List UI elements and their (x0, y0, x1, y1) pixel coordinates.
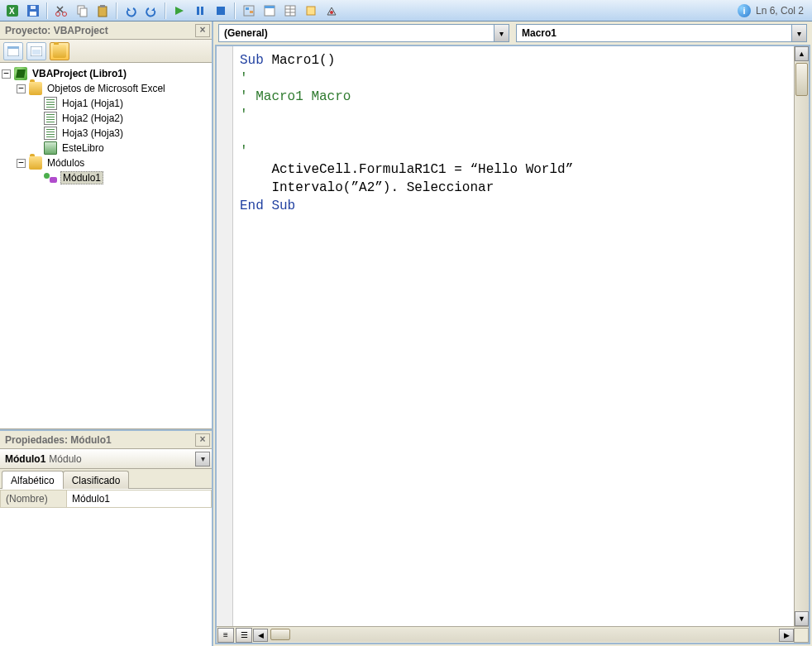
view-code-icon[interactable] (3, 42, 23, 60)
proj-explorer-icon[interactable] (260, 2, 279, 19)
properties-pane-title-text: Propiedades: Módulo1 (5, 434, 112, 446)
object-browser-icon[interactable] (302, 2, 320, 19)
scroll-up-icon[interactable]: ▲ (795, 46, 809, 61)
project-icon (14, 67, 27, 80)
svg-rect-29 (32, 50, 41, 55)
svg-rect-3 (30, 12, 36, 16)
project-pane-title-text: Proyecto: VBAProject (5, 25, 108, 36)
scroll-left-icon[interactable]: ◀ (253, 629, 268, 642)
object-name: Módulo1 (2, 453, 45, 465)
svg-rect-16 (246, 7, 249, 10)
cursor-position: Ln 6, Col 2 (756, 5, 804, 17)
editor-combo-row: (General) Macro1 (213, 22, 812, 45)
tree-sheet3[interactable]: Hoja3 (Hoja3) (2, 126, 210, 141)
tree-folder-label: Objetos de Microsoft Excel (45, 83, 167, 94)
editor-bottom-bar: ≡ ☰ ◀ ▶ (217, 626, 809, 643)
cut-icon[interactable] (52, 2, 70, 19)
editor-margin (217, 46, 233, 626)
excel-icon[interactable]: X (3, 2, 21, 19)
toolbox-icon[interactable] (322, 2, 341, 19)
tree-module1[interactable]: Módulo1 (2, 170, 210, 185)
tree-sheet-label: Hoja3 (Hoja3) (60, 127, 125, 139)
tree-sheet2[interactable]: Hoja2 (Hoja2) (2, 111, 210, 126)
svg-rect-8 (80, 8, 87, 17)
scroll-thumb[interactable] (795, 63, 808, 96)
run-icon[interactable] (170, 2, 189, 19)
design-mode-icon[interactable] (240, 2, 258, 19)
svg-rect-4 (31, 6, 36, 9)
code-area[interactable]: Sub Macro1() ' ' Macro1 Macro ' ' Active… (233, 46, 794, 626)
help-icon[interactable]: i (738, 4, 751, 17)
project-pane-close-icon[interactable]: × (195, 24, 210, 37)
svg-rect-14 (217, 7, 225, 15)
svg-rect-17 (250, 11, 253, 13)
scope-combo[interactable]: (General) (218, 24, 509, 42)
properties-pane-close-icon[interactable]: × (195, 433, 210, 447)
dropdown-icon[interactable] (195, 452, 210, 467)
svg-rect-12 (197, 7, 199, 15)
toggle-folders-icon[interactable] (50, 42, 69, 60)
undo-icon[interactable] (122, 2, 140, 19)
copy-icon[interactable] (73, 2, 91, 19)
expander-icon[interactable] (17, 84, 26, 93)
tree-module1-label: Módulo1 (60, 171, 103, 184)
tree-modules-folder[interactable]: Módulos (2, 156, 210, 170)
dropdown-icon[interactable] (494, 25, 509, 41)
svg-point-25 (330, 11, 333, 14)
folder-icon (29, 156, 42, 170)
vertical-scrollbar[interactable]: ▲ ▼ (794, 46, 809, 626)
scroll-thumb[interactable] (270, 629, 290, 640)
worksheet-icon (44, 112, 57, 125)
svg-rect-9 (98, 7, 107, 17)
svg-rect-27 (7, 46, 19, 49)
prop-name-value[interactable]: Módulo1 (67, 490, 212, 508)
pause-icon[interactable] (191, 2, 209, 19)
project-toolbar (0, 40, 212, 63)
paste-icon[interactable] (93, 2, 112, 19)
procedure-combo[interactable]: Macro1 (516, 24, 807, 42)
scope-combo-text: (General) (219, 27, 494, 39)
tree-workbook-label: EsteLibro (60, 142, 106, 154)
save-icon[interactable] (24, 2, 42, 19)
svg-rect-19 (265, 6, 275, 8)
properties-tabs: Alfabético Clasificado (0, 469, 212, 489)
project-pane-title: Proyecto: VBAProject × (0, 22, 212, 40)
folder-icon (29, 82, 42, 95)
svg-rect-24 (307, 7, 315, 15)
procedure-combo-text: Macro1 (517, 27, 791, 39)
svg-point-5 (56, 12, 60, 16)
scroll-right-icon[interactable]: ▶ (779, 629, 794, 642)
svg-rect-10 (100, 5, 105, 7)
tree-sheet-label: Hoja1 (Hoja1) (60, 98, 125, 109)
svg-rect-13 (201, 7, 203, 15)
worksheet-icon (44, 97, 57, 110)
properties-window-icon[interactable] (281, 2, 299, 19)
project-tree[interactable]: VBAProject (Libro1) Objetos de Microsoft… (0, 63, 212, 429)
tree-modules-label: Módulos (45, 157, 86, 169)
object-type: Módulo (45, 453, 81, 465)
redo-icon[interactable] (142, 2, 160, 19)
module-icon (44, 171, 57, 184)
properties-pane-title: Propiedades: Módulo1 × (0, 431, 212, 449)
svg-point-6 (63, 12, 67, 16)
tab-alphabetic[interactable]: Alfabético (2, 471, 64, 489)
stop-icon[interactable] (212, 2, 230, 19)
code-editor: Sub Macro1() ' ' Macro1 Macro ' ' Active… (215, 45, 810, 644)
expander-icon[interactable] (17, 159, 26, 168)
tree-objects-folder[interactable]: Objetos de Microsoft Excel (2, 81, 210, 96)
procedure-view-icon[interactable]: ≡ (217, 628, 234, 643)
tree-root-label: VBAProject (Libro1) (31, 68, 128, 79)
workbook-icon (44, 141, 57, 155)
dropdown-icon[interactable] (791, 25, 806, 41)
properties-grid[interactable]: (Nombre) Módulo1 (0, 489, 212, 646)
horizontal-scrollbar[interactable]: ◀ ▶ (253, 629, 794, 642)
svg-text:X: X (9, 7, 15, 16)
full-module-view-icon[interactable]: ☰ (236, 628, 252, 643)
expander-icon[interactable] (2, 69, 11, 79)
properties-object-selector[interactable]: Módulo1 Módulo (0, 449, 212, 469)
tab-categorized[interactable]: Clasificado (63, 471, 130, 489)
tree-sheet1[interactable]: Hoja1 (Hoja1) (2, 96, 210, 111)
scroll-corner (794, 628, 809, 643)
view-object-icon[interactable] (26, 42, 46, 60)
scroll-down-icon[interactable]: ▼ (795, 611, 809, 626)
